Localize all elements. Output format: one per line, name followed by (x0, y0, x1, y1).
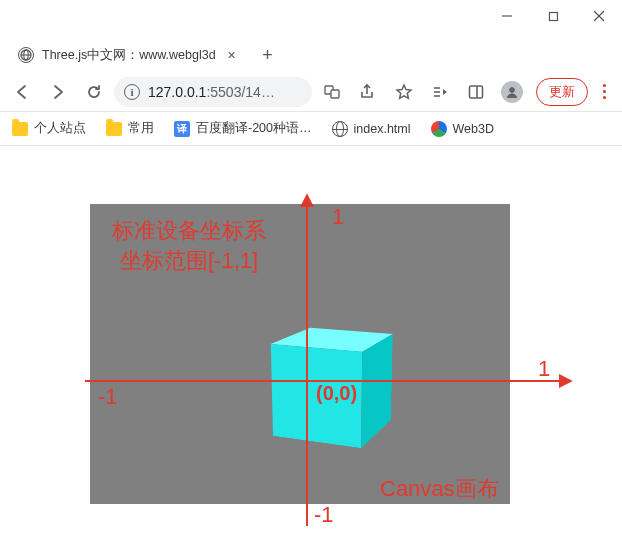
share-icon[interactable] (352, 76, 384, 108)
svg-rect-8 (331, 90, 339, 98)
translate-icon[interactable] (316, 76, 348, 108)
svg-rect-1 (549, 12, 557, 20)
page-viewport: 标准设备坐标系 坐标范围[-1,1] (0,0) 1 -1 1 -1 Canva… (0, 146, 622, 556)
tab-title: Three.js中文网：www.webgl3d (42, 47, 216, 64)
bookmark-label: 个人站点 (34, 120, 86, 137)
bookmarks-bar: 个人站点 常用 译 百度翻译-200种语… index.html Web3D (0, 112, 622, 146)
back-button[interactable] (6, 76, 38, 108)
bookmark-label: Web3D (453, 122, 494, 136)
folder-icon (12, 122, 28, 136)
browser-tabstrip: Three.js中文网：www.webgl3d × + (0, 32, 622, 72)
reload-button[interactable] (78, 76, 110, 108)
kebab-menu-icon[interactable] (592, 76, 616, 108)
update-button[interactable]: 更新 (536, 78, 588, 106)
globe-icon (18, 47, 34, 63)
bookmark-item[interactable]: 译 百度翻译-200种语… (168, 116, 318, 141)
cube-mesh (288, 338, 380, 430)
media-control-icon[interactable] (424, 76, 456, 108)
folder-icon (106, 122, 122, 136)
bookmark-item[interactable]: 个人站点 (6, 116, 92, 141)
bookmark-label: 百度翻译-200种语… (196, 120, 312, 137)
translate-favicon-icon: 译 (174, 121, 190, 137)
y-neg-label: -1 (314, 502, 334, 527)
bookmark-item[interactable]: index.html (326, 117, 417, 141)
x-pos-label: 1 (538, 356, 550, 381)
bookmark-item[interactable]: 常用 (100, 116, 160, 141)
new-tab-button[interactable]: + (254, 41, 282, 69)
browser-toolbar: i 127.0.0.1:5503/14… 更新 (0, 72, 622, 112)
window-minimize-button[interactable] (484, 0, 530, 32)
svg-rect-12 (470, 86, 483, 98)
bookmark-item[interactable]: Web3D (425, 117, 500, 141)
url-text: 127.0.0.1:5503/14… (148, 84, 275, 100)
side-panel-icon[interactable] (460, 76, 492, 108)
tab-close-button[interactable]: × (224, 47, 240, 63)
forward-button[interactable] (42, 76, 74, 108)
svg-point-14 (510, 87, 515, 92)
window-close-button[interactable] (576, 0, 622, 32)
site-info-icon[interactable]: i (124, 84, 140, 100)
address-bar[interactable]: i 127.0.0.1:5503/14… (114, 77, 312, 107)
profile-avatar[interactable] (496, 76, 528, 108)
globe-icon (332, 121, 348, 137)
bookmark-label: index.html (354, 122, 411, 136)
browser-tab-active[interactable]: Three.js中文网：www.webgl3d × (8, 38, 250, 72)
window-maximize-button[interactable] (530, 0, 576, 32)
bookmark-label: 常用 (128, 120, 154, 137)
web3d-favicon-icon (431, 121, 447, 137)
bookmark-star-icon[interactable] (388, 76, 420, 108)
